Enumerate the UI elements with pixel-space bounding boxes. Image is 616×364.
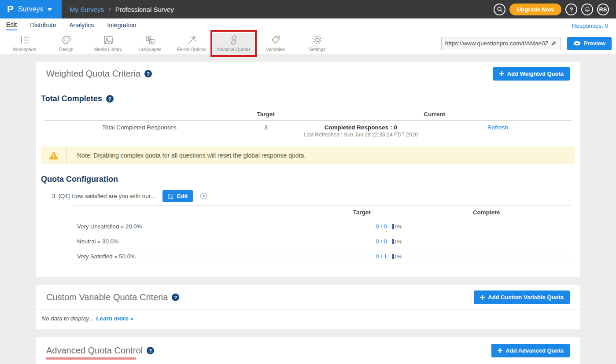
toolbar-item-label: Design: [59, 47, 74, 52]
toolbar-item-finish-options[interactable]: Finish Options: [171, 33, 213, 54]
notifications-button[interactable]: [581, 4, 593, 15]
svg-text:A: A: [151, 40, 153, 44]
toolbar-item-workspace[interactable]: Workspace: [4, 33, 45, 54]
edit-quota-button[interactable]: Edit: [162, 190, 193, 202]
red-underline-annotation: [46, 357, 136, 360]
toolbar-item-languages[interactable]: A Languages: [129, 33, 171, 54]
warning-note-banner: Note: Disabling complex quota for all qu…: [41, 147, 575, 164]
table-row: Total Completed Responses 3 Completed Re…: [44, 121, 572, 142]
quota-configuration-table: Target Complete Very Unsatisfied » 20.0%…: [73, 206, 571, 264]
breadcrumb-survey-name: Professional Survey: [115, 6, 174, 13]
weighted-quota-title: Weighted Quota Criteria ?: [46, 69, 152, 79]
add-custom-variable-quota-button[interactable]: Add Custom Variable Quota: [474, 290, 570, 304]
finish-options-icon: [187, 35, 197, 45]
surveys-menu[interactable]: P Surveys: [0, 0, 62, 18]
languages-icon: A: [145, 35, 155, 45]
quota-percent: 0%: [395, 254, 402, 259]
toolbar-item-label: Settings: [309, 47, 326, 52]
help-icon[interactable]: ?: [144, 70, 152, 77]
quota-percent: 0%: [395, 239, 402, 244]
toolbar-item-label: Languages: [139, 47, 162, 52]
quota-row-label: Very Satisfied » 50.0%: [73, 253, 322, 260]
top-bar: P Surveys My Surveys › Professional Surv…: [0, 0, 616, 18]
quota-row-label: Neutral » 30.0%: [73, 238, 322, 245]
help-icon[interactable]: ?: [106, 95, 114, 103]
remove-quota-icon[interactable]: [200, 192, 207, 200]
responses-count: Responses: 0: [572, 22, 610, 29]
column-header-target: Target: [322, 209, 402, 216]
workspace-icon: [19, 35, 30, 45]
help-icon[interactable]: ?: [147, 347, 154, 354]
quota-row-label: Very Unsatisfied » 20.0%: [73, 223, 322, 230]
tab-analytics[interactable]: Analytics: [69, 22, 94, 30]
toolbar-item-advance-quotas[interactable]: Advance Quotas: [213, 33, 255, 54]
caret-down-icon: [48, 8, 52, 11]
toolbar-item-media-library[interactable]: Media Library: [87, 33, 129, 54]
weighted-quota-card: Weighted Quota Criteria ? Add Weighted Q…: [36, 62, 580, 277]
tab-integration[interactable]: Integration: [107, 22, 136, 30]
search-icon: [497, 6, 503, 12]
completed-responses-value: Completed Responses : 0: [298, 124, 424, 131]
add-advanced-quota-button[interactable]: Add Advanced Quota: [491, 344, 570, 357]
survey-url-value: https://www.questionpro.com/t/AMae0Zgn: [445, 40, 548, 47]
row-label: Total Completed Responses: [44, 124, 234, 138]
target-value: 3: [234, 124, 298, 138]
add-weighted-quota-button[interactable]: Add Weighted Quota: [493, 67, 570, 81]
total-completes-title: Total Completes ?: [41, 94, 575, 103]
edit-url-pencil-icon[interactable]: [550, 40, 557, 47]
quota-target-value[interactable]: 0 / 0: [376, 223, 387, 230]
question-label: 3. [Q1] How satisfied are you with our..…: [52, 193, 155, 199]
main-content: Weighted Quota Criteria ? Add Weighted Q…: [0, 55, 616, 364]
quota-question-row: 3. [Q1] How satisfied are you with our..…: [52, 190, 575, 202]
questionpro-logo: P: [7, 4, 14, 14]
empty-state-text: No data to display...: [41, 315, 93, 322]
edit-square-icon: [168, 193, 174, 199]
advanced-quota-card: Advanced Quota Control ? Add Advanced Qu…: [36, 337, 580, 364]
eye-icon: [573, 40, 581, 46]
toolbar-item-settings[interactable]: Settings: [296, 33, 338, 54]
preview-button[interactable]: Preview: [567, 37, 612, 50]
warning-note-text: Note: Disabling complex quota for all qu…: [66, 152, 306, 159]
quota-percent: 0%: [395, 224, 402, 229]
table-row: Very Unsatisfied » 20.0% 0 / 0 0%: [73, 219, 571, 234]
product-label: Surveys: [18, 5, 44, 13]
total-completes-table: Target Current Total Completed Responses…: [44, 108, 572, 142]
toolbar-item-label: Workspace: [13, 47, 36, 52]
search-button[interactable]: [494, 4, 505, 15]
quota-target-value[interactable]: 0 / 1: [376, 253, 387, 260]
toolbar-item-design[interactable]: Design: [45, 33, 87, 54]
last-refreshed-timestamp: Last Refreshed : Sun Jun 28 22:36:24 PDT…: [298, 132, 424, 138]
toolbar-item-variables[interactable]: Variables: [255, 33, 296, 54]
advanced-quota-title: Advanced Quota Control ?: [46, 346, 154, 356]
progress-bar: [392, 224, 394, 229]
toolbar-item-label: Finish Options: [177, 47, 207, 52]
upgrade-now-button[interactable]: Upgrade Now: [509, 4, 561, 15]
toolbar-item-label: Media Library: [94, 47, 122, 52]
chevron-right-icon: ›: [108, 5, 111, 13]
breadcrumb-my-surveys[interactable]: My Surveys: [70, 6, 104, 13]
survey-url-field[interactable]: https://www.questionpro.com/t/AMae0Zgn: [441, 37, 561, 50]
progress-bar: [392, 239, 394, 244]
quota-target-value[interactable]: 0 / 0: [376, 238, 387, 245]
tab-distribute[interactable]: Distribute: [30, 22, 56, 30]
section-nav: Edit Distribute Analytics Integration Re…: [0, 18, 616, 33]
avatar[interactable]: RS: [597, 4, 609, 15]
column-header-current: Current: [298, 111, 572, 118]
tab-edit[interactable]: Edit: [6, 21, 17, 30]
warning-triangle-icon: [48, 151, 59, 160]
advance-quotas-icon: [229, 35, 239, 45]
custom-variable-quota-title: Custom Variable Quota Criteria ?: [46, 292, 179, 302]
refresh-link[interactable]: Refresh: [487, 124, 508, 131]
edit-toolbar: Workspace Design Media Library A Languag…: [0, 33, 616, 54]
learn-more-link[interactable]: Learn more »: [96, 315, 133, 322]
preview-label: Preview: [584, 40, 605, 47]
plus-icon: [480, 295, 485, 300]
toolbar-item-label: Advance Quotas: [217, 47, 251, 52]
column-header-complete: Complete: [402, 209, 571, 216]
toolbar-item-label: Variables: [266, 47, 285, 52]
help-button[interactable]: ?: [565, 4, 577, 15]
table-row: Neutral » 30.0% 0 / 0 0%: [73, 234, 571, 249]
progress-bar: [392, 254, 394, 259]
plus-icon: [498, 348, 502, 353]
help-icon[interactable]: ?: [172, 294, 179, 301]
